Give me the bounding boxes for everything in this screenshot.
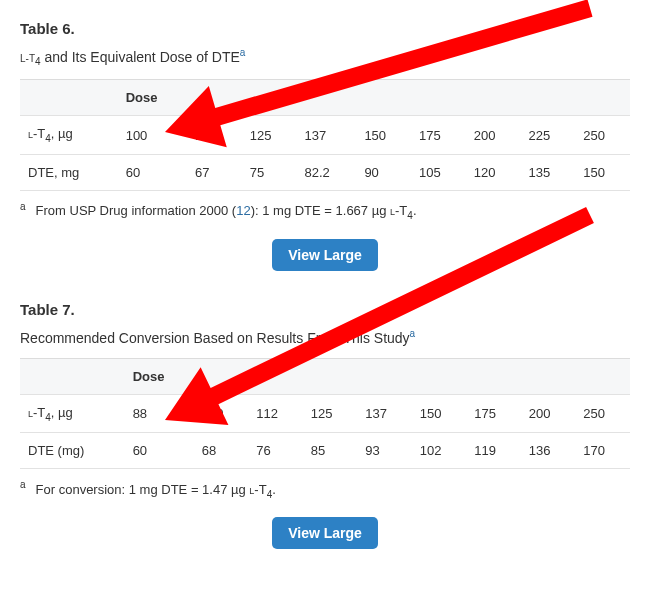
table-6: Dose L-T4, µg100112125137150175200225250… <box>20 79 630 191</box>
table-row: L-T4, µg100112125137150175200225250 <box>20 116 630 155</box>
table-cell: 100 <box>194 394 249 433</box>
table-6-header-row: Dose <box>20 80 630 116</box>
table-cell: 137 <box>296 116 356 155</box>
table-7-block: Table 7. Recommended Conversion Based on… <box>20 301 630 549</box>
caption-sup: a <box>240 47 246 58</box>
row-label-header <box>20 80 118 116</box>
table-cell: 125 <box>242 116 297 155</box>
table-cell: 170 <box>575 433 630 469</box>
table-cell: 90 <box>356 155 411 191</box>
table-cell: 82.2 <box>296 155 356 191</box>
table-cell: 200 <box>466 116 521 155</box>
table-7-caption: Recommended Conversion Based on Results … <box>20 328 630 346</box>
table-7: Dose L-T4, µg88100112125137150175200250D… <box>20 358 630 470</box>
table-cell: 67 <box>187 155 242 191</box>
dose-header: Dose <box>118 80 187 116</box>
table-6-block: Table 6. L-T4 and Its Equivalent Dose of… <box>20 20 630 271</box>
table-cell: 136 <box>521 433 576 469</box>
table-cell: 112 <box>187 116 242 155</box>
table-cell: 105 <box>411 155 466 191</box>
table-cell: 85 <box>303 433 358 469</box>
table-cell: 175 <box>411 116 466 155</box>
table-cell: 68 <box>194 433 249 469</box>
table-6-title: Table 6. <box>20 20 630 37</box>
view-large-button[interactable]: View Large <box>272 239 378 271</box>
table-cell: 150 <box>356 116 411 155</box>
row-label: DTE (mg) <box>20 433 125 469</box>
row-label: L-T4, µg <box>20 394 125 433</box>
table-7-footnote: aFor conversion: 1 mg DTE = 1.47 µg L-T4… <box>20 479 630 499</box>
caption-sup: a <box>410 328 416 339</box>
table-cell: 125 <box>303 394 358 433</box>
footnote-mark: a <box>20 201 26 212</box>
table-row: L-T4, µg88100112125137150175200250 <box>20 394 630 433</box>
table-cell: 60 <box>125 433 194 469</box>
table-cell: 135 <box>520 155 575 191</box>
caption-post: and Its Equivalent Dose of DTE <box>41 49 240 65</box>
table-row: DTE, mg60677582.290105120135150 <box>20 155 630 191</box>
table-cell: 93 <box>357 433 412 469</box>
table-cell: 250 <box>575 394 630 433</box>
view-large-button[interactable]: View Large <box>272 517 378 549</box>
table-row: DTE (mg)6068768593102119136170 <box>20 433 630 469</box>
view-large-wrap: View Large <box>20 239 630 271</box>
footnote-mark: a <box>20 479 26 490</box>
row-label-header <box>20 358 125 394</box>
footnote-text: For conversion: 1 mg DTE = 1.47 µg L-T4. <box>36 482 276 497</box>
caption-l: L-T <box>20 49 35 65</box>
view-large-wrap: View Large <box>20 517 630 549</box>
table-cell: 112 <box>248 394 303 433</box>
table-7-body: L-T4, µg88100112125137150175200250DTE (m… <box>20 394 630 469</box>
dose-header: Dose <box>125 358 194 394</box>
table-cell: 200 <box>521 394 576 433</box>
row-label: L-T4, µg <box>20 116 118 155</box>
table-7-header-row: Dose <box>20 358 630 394</box>
table-cell: 120 <box>466 155 521 191</box>
footnote-pre: From USP Drug information 2000 ( <box>36 203 237 218</box>
table-cell: 100 <box>118 116 187 155</box>
table-6-caption: L-T4 and Its Equivalent Dose of DTEa <box>20 47 630 67</box>
table-cell: 150 <box>575 155 630 191</box>
table-cell: 75 <box>242 155 297 191</box>
footnote-ref-link[interactable]: 12 <box>236 203 250 218</box>
table-cell: 150 <box>412 394 467 433</box>
table-cell: 76 <box>248 433 303 469</box>
table-cell: 60 <box>118 155 187 191</box>
table-cell: 88 <box>125 394 194 433</box>
footnote-post: ): 1 mg DTE = 1.667 µg L-T4. <box>251 203 417 218</box>
table-cell: 119 <box>466 433 521 469</box>
table-cell: 102 <box>412 433 467 469</box>
table-7-title: Table 7. <box>20 301 630 318</box>
caption-text: Recommended Conversion Based on Results … <box>20 330 410 346</box>
table-6-footnote: aFrom USP Drug information 2000 (12): 1 … <box>20 201 630 221</box>
table-cell: 137 <box>357 394 412 433</box>
table-cell: 225 <box>520 116 575 155</box>
row-label: DTE, mg <box>20 155 118 191</box>
table-cell: 175 <box>466 394 521 433</box>
table-6-body: L-T4, µg100112125137150175200225250DTE, … <box>20 116 630 191</box>
table-cell: 250 <box>575 116 630 155</box>
